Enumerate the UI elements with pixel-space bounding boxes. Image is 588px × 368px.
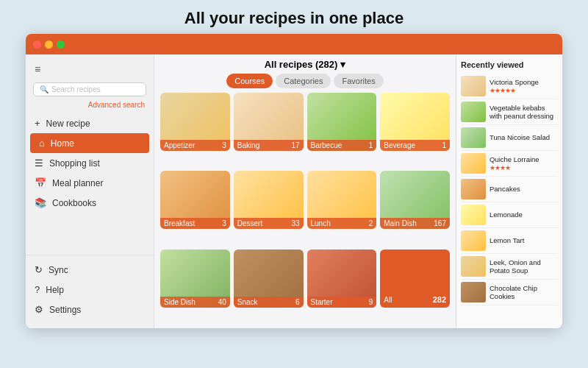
sidebar-item-shopping-list[interactable]: ☰ Shopping list [26, 153, 154, 173]
recent-item-lemon-tart[interactable]: Lemon Tart [461, 228, 558, 254]
right-panel: Recently viewed Victoria Sponge★★★★★Vege… [456, 54, 562, 328]
sidebar-item-home[interactable]: ⌂ Home [30, 133, 149, 153]
recipe-card-snack[interactable]: Snack6 [234, 250, 304, 308]
recent-item-tuna-nicoise[interactable]: Tuna Nicoise Salad [461, 125, 558, 151]
sidebar-item-meal-planner[interactable]: 📅 Meal planner [26, 173, 154, 193]
sidebar-label-new-recipe: New recipe [46, 118, 90, 129]
plus-icon: + [35, 118, 40, 129]
recently-viewed-title: Recently viewed [461, 60, 558, 69]
calendar-icon: 📅 [35, 177, 46, 188]
recipe-card-baking[interactable]: Baking17 [234, 93, 304, 151]
recent-item-quiche-lorraine[interactable]: Quiche Lorraine★★★★ [461, 151, 558, 177]
sidebar-label-home: Home [51, 138, 74, 149]
recipe-card-lunch[interactable]: Lunch2 [307, 171, 377, 229]
hamburger-icon[interactable]: ≡ [26, 60, 154, 79]
main-header: All recipes (282) ▾ Courses Categories F… [154, 54, 456, 88]
page-title: All your recipes in one place [184, 9, 404, 28]
sidebar-item-settings[interactable]: ⚙ Settings [26, 300, 154, 319]
search-placeholder: Search recipes [51, 85, 101, 93]
sidebar-item-new-recipe[interactable]: + New recipe [26, 113, 154, 133]
sidebar-label-cookbooks: Cookbooks [52, 198, 96, 208]
sidebar-label-help: Help [46, 285, 64, 295]
all-recipes-label: All recipes (282) [265, 59, 338, 70]
recipe-card-barbecue[interactable]: Barbecue1 [307, 93, 377, 151]
main-content: All recipes (282) ▾ Courses Categories F… [154, 54, 456, 328]
home-icon: ⌂ [39, 138, 45, 149]
sidebar-item-help[interactable]: ? Help [26, 280, 154, 300]
recent-list: Victoria Sponge★★★★★Vegetable kebabs wit… [461, 74, 558, 305]
sidebar: ≡ 🔍 Search recipes Advanced search + New… [26, 54, 154, 328]
all-recipes-title: All recipes (282) ▾ [265, 59, 346, 70]
tab-favorites[interactable]: Favorites [334, 74, 383, 88]
sidebar-item-sync[interactable]: ↻ Sync [26, 260, 154, 280]
search-icon: 🔍 [40, 85, 49, 93]
app-window: ≡ 🔍 Search recipes Advanced search + New… [26, 34, 562, 328]
traffic-lights [33, 40, 65, 49]
minimize-button[interactable] [45, 40, 53, 49]
recipe-card-main-dish[interactable]: Main Dish167 [380, 171, 450, 229]
recipe-card-breakfast[interactable]: Breakfast3 [160, 171, 230, 229]
tab-courses[interactable]: Courses [226, 74, 273, 88]
sidebar-divider [26, 255, 154, 255]
close-button[interactable] [33, 40, 41, 49]
recent-item-choc-chip-cookies[interactable]: Chocolate Chip Cookies [461, 280, 558, 305]
list-icon: ☰ [35, 158, 43, 169]
advanced-search-link[interactable]: Advanced search [26, 99, 154, 113]
search-box[interactable]: 🔍 Search recipes [33, 82, 146, 96]
sidebar-label-meal-planner: Meal planner [52, 178, 103, 188]
tabs-row: Courses Categories Favorites [226, 74, 383, 88]
sidebar-label-sync: Sync [49, 265, 68, 275]
recipe-card-appetizer[interactable]: Appetizer3 [160, 93, 230, 151]
maximize-button[interactable] [57, 40, 65, 49]
recent-item-leek-potato-soup[interactable]: Leek, Onion and Potato Soup [461, 254, 558, 280]
sidebar-label-shopping-list: Shopping list [49, 158, 100, 169]
titlebar [26, 34, 562, 54]
sidebar-bottom: ↻ Sync ? Help ⚙ Settings [26, 250, 154, 322]
help-icon: ? [35, 284, 40, 295]
recipe-grid: Appetizer3Baking17Barbecue1Beverage1Brea… [154, 88, 456, 328]
book-icon: 📚 [35, 197, 46, 208]
chevron-down-icon[interactable]: ▾ [340, 59, 345, 70]
settings-icon: ⚙ [35, 304, 43, 315]
recipe-card-side-dish[interactable]: Side Dish40 [160, 250, 230, 308]
recipe-card-all[interactable]: All282 [380, 250, 450, 308]
recent-item-victoria-sponge[interactable]: Victoria Sponge★★★★★ [461, 74, 558, 99]
recipe-card-dessert[interactable]: Dessert33 [234, 171, 304, 229]
recent-item-pancakes[interactable]: Pancakes [461, 177, 558, 202]
tab-categories[interactable]: Categories [276, 74, 331, 88]
sidebar-item-cookbooks[interactable]: 📚 Cookbooks [26, 193, 154, 213]
sidebar-label-settings: Settings [49, 305, 81, 315]
recipe-card-starter[interactable]: Starter9 [307, 250, 377, 308]
sync-icon: ↻ [35, 264, 43, 275]
recipe-card-beverage[interactable]: Beverage1 [380, 93, 450, 151]
window-body: ≡ 🔍 Search recipes Advanced search + New… [26, 54, 562, 328]
recent-item-lemonade[interactable]: Lemonade [461, 202, 558, 228]
recent-item-veg-kebabs[interactable]: Vegetable kebabs with peanut dressing [461, 99, 558, 125]
